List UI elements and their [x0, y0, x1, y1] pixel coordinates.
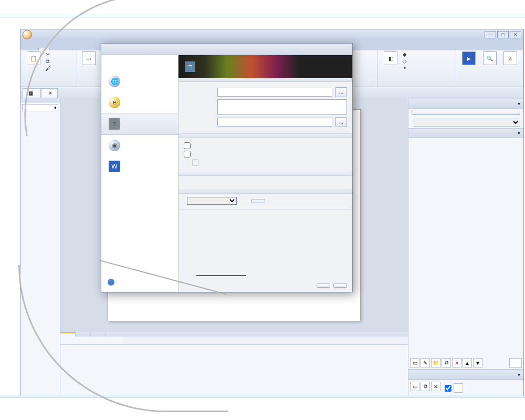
- learn-more-link[interactable]: i: [108, 279, 117, 286]
- articulate-icon: e: [109, 97, 120, 108]
- shape-outline-button[interactable]: ◇: [403, 58, 408, 64]
- shape-fill-button[interactable]: ◆: [403, 51, 408, 57]
- copy-icon[interactable]: ⧉: [442, 358, 451, 368]
- fill-icon: ◆: [403, 51, 407, 57]
- lms-banner-icon: ≡: [185, 61, 195, 72]
- states-tab[interactable]: [76, 332, 91, 337]
- edit-truefalse-button[interactable]: [412, 111, 520, 115]
- folder-icon[interactable]: 📁: [431, 358, 440, 368]
- app-orb-button[interactable]: [23, 30, 32, 39]
- close-tab-icon[interactable]: ×: [49, 90, 52, 96]
- info-icon: i: [108, 279, 114, 286]
- chevron-icon: ▾: [518, 130, 520, 136]
- maximize-button[interactable]: □: [497, 31, 509, 38]
- lms-icon: ≡: [109, 118, 120, 130]
- player-button[interactable]: ▶: [459, 51, 478, 66]
- dim-label: [454, 383, 463, 393]
- publish-confirm-button[interactable]: [317, 284, 330, 288]
- minimize-button[interactable]: —: [485, 31, 496, 38]
- title-browse-button[interactable]: …: [335, 87, 347, 97]
- dim-checkbox[interactable]: [445, 385, 452, 392]
- down-icon[interactable]: ▼: [473, 358, 482, 368]
- duplicate-layer-icon[interactable]: ⧉: [421, 382, 430, 391]
- publish-opt-cd[interactable]: ◉: [101, 135, 178, 156]
- slide-icon: ▭: [82, 51, 96, 65]
- html5-checkbox-row[interactable]: [184, 142, 347, 149]
- folder-input[interactable]: [217, 118, 332, 127]
- storyline-logo: [101, 60, 178, 71]
- delete-icon[interactable]: ✕: [452, 358, 461, 368]
- publish-dialog: 🌐 e ≡ ◉ W i ≡ … …: [101, 43, 353, 292]
- timeline-panel: [60, 332, 408, 396]
- styles-icon: ◧: [384, 51, 397, 65]
- new-slide-button[interactable]: ▭: [80, 51, 97, 66]
- tab-current-slide[interactable]: ×: [41, 88, 58, 98]
- chevron-icon: ▾: [518, 101, 520, 107]
- ipad-checkbox-row[interactable]: [184, 151, 347, 158]
- cd-icon: ◉: [109, 140, 120, 151]
- format-painter-button[interactable]: 🖌: [46, 66, 52, 71]
- variables-button[interactable]: [509, 358, 522, 368]
- titlebar: — □ ✕: [20, 29, 523, 40]
- offline-checkbox: [192, 159, 199, 166]
- tab-story-view[interactable]: ▦: [23, 88, 41, 98]
- section-output: [178, 190, 352, 194]
- publish-opt-lms[interactable]: ≡: [101, 113, 178, 135]
- delete-layer-icon[interactable]: ✕: [431, 382, 440, 391]
- publish-icon: a: [503, 51, 517, 65]
- layers-panel-header[interactable]: ▾: [408, 370, 523, 380]
- timeline-tab[interactable]: [60, 332, 76, 337]
- close-button[interactable]: ✕: [510, 31, 521, 38]
- preview-icon: 🔍: [483, 51, 497, 65]
- question-panel-header[interactable]: ▾: [408, 99, 523, 109]
- chevron-down-icon: ▾: [54, 105, 57, 110]
- offline-checkbox-row: [192, 159, 347, 166]
- copy-button[interactable]: ⧉: [46, 58, 52, 65]
- paste-button[interactable]: 📋: [24, 51, 44, 66]
- html5-checkbox[interactable]: [184, 142, 191, 149]
- section-properties: [178, 172, 352, 176]
- shape-effects-button[interactable]: ✦: [403, 65, 408, 71]
- triggers-toolbar: ▭ ✎ 📁 ⧉ ✕ ▲ ▼: [408, 356, 523, 370]
- brush-icon: 🖌: [46, 66, 51, 71]
- add-layer-icon[interactable]: ▭: [410, 382, 419, 391]
- lms-select[interactable]: [187, 197, 237, 205]
- lms-banner: ≡: [178, 55, 352, 78]
- publish-cancel-button[interactable]: [333, 284, 347, 288]
- cut-button[interactable]: ✂: [46, 51, 52, 57]
- copy-icon: ⧉: [46, 58, 49, 65]
- globe-icon: 🌐: [109, 76, 120, 87]
- add-icon[interactable]: ▭: [410, 358, 419, 368]
- scenes-panel: ▾: [20, 99, 60, 396]
- word-icon: W: [109, 161, 120, 172]
- publish-opt-articulate[interactable]: e: [101, 92, 178, 113]
- reporting-tracking-button[interactable]: [251, 199, 265, 203]
- scene-select[interactable]: ▾: [22, 104, 58, 111]
- grid-icon: ▦: [28, 90, 33, 96]
- title-input[interactable]: [217, 88, 332, 97]
- notes-tab[interactable]: [91, 332, 106, 337]
- outline-icon: ◇: [403, 58, 407, 64]
- chevron-icon: ▾: [518, 372, 520, 377]
- folder-browse-button[interactable]: …: [335, 117, 347, 127]
- trigger-condition: [408, 144, 523, 148]
- effects-icon: ✦: [403, 65, 407, 71]
- edit-icon[interactable]: ✎: [421, 358, 430, 368]
- cut-icon: ✂: [46, 51, 50, 57]
- section-title-location: [178, 78, 352, 82]
- paste-icon: 📋: [27, 51, 40, 65]
- scenes-header: [20, 99, 60, 102]
- lms-dropdown[interactable]: [196, 275, 246, 276]
- desc-input[interactable]: [217, 99, 347, 115]
- ipad-checkbox[interactable]: [184, 151, 191, 158]
- publish-opt-web[interactable]: 🌐: [101, 71, 178, 92]
- publish-button[interactable]: a: [501, 51, 520, 66]
- publish-opt-word[interactable]: W: [101, 156, 178, 177]
- results-slide-select[interactable]: [414, 119, 520, 127]
- preview-button[interactable]: 🔍: [480, 51, 499, 66]
- triggers-panel-header[interactable]: ▾: [408, 128, 523, 138]
- quick-styles-button[interactable]: ◧: [381, 51, 401, 66]
- up-icon[interactable]: ▲: [463, 358, 472, 368]
- layers-toolbar: ▭ ⧉ ✕: [408, 380, 523, 396]
- timeline-ruler[interactable]: [123, 337, 408, 345]
